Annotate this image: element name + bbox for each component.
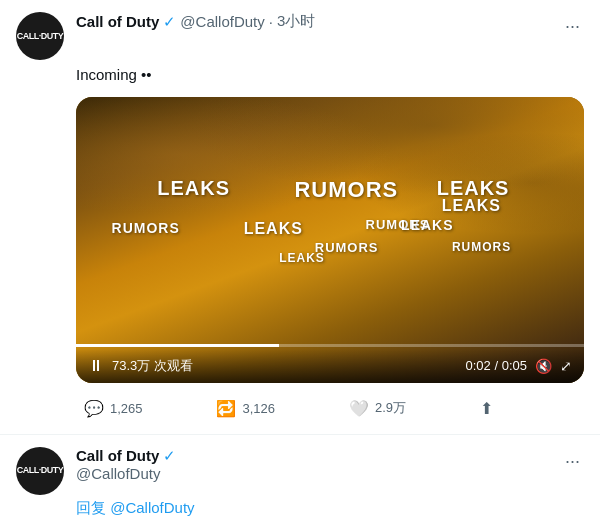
- tweet-2: CALL·DUTY Call of Duty ✓ @CallofDuty ···…: [0, 435, 600, 518]
- reply-to-link[interactable]: @CallofDuty: [110, 499, 194, 516]
- tweet-1-text: Incoming ••: [76, 64, 584, 85]
- avatar-2[interactable]: CALL·DUTY: [16, 447, 64, 495]
- reply-icon: 💬: [84, 399, 104, 418]
- like-button[interactable]: 🤍 2.9万: [341, 395, 414, 422]
- tweet-1-header: CALL·DUTY Call of Duty ✓ @CallofDuty · 3…: [16, 12, 584, 60]
- video-progress-fill: [76, 344, 279, 347]
- word-leaks-5: LEAKS: [442, 197, 501, 215]
- fullscreen-button[interactable]: ⤢: [560, 358, 572, 374]
- reply-button[interactable]: 💬 1,265: [76, 395, 151, 422]
- tweet-2-header: CALL·DUTY Call of Duty ✓ @CallofDuty ···: [16, 447, 584, 495]
- view-count: 73.3万 次观看: [112, 357, 458, 375]
- tweet-1-separator: ·: [269, 13, 273, 30]
- verified-badge-1: ✓: [163, 13, 176, 31]
- tweet-1-video[interactable]: LEAKS RUMORS LEAKS RUMORS LEAKS RUMORS R…: [76, 97, 584, 383]
- avatar-1[interactable]: CALL·DUTY: [16, 12, 64, 60]
- tweet-2-user-line: Call of Duty ✓: [76, 447, 549, 465]
- word-rumors-2: RUMORS: [112, 220, 180, 236]
- tweet-1-time: 3小时: [277, 12, 315, 31]
- retweet-count: 3,126: [242, 401, 275, 416]
- retweet-button[interactable]: 🔁 3,126: [208, 395, 283, 422]
- share-icon: ⬆: [480, 399, 493, 418]
- avatar-logo-2: CALL·DUTY: [17, 465, 64, 476]
- word-leaks-6: LEAKS: [279, 251, 325, 265]
- retweet-icon: 🔁: [216, 399, 236, 418]
- word-leaks-3: LEAKS: [244, 220, 303, 238]
- video-time: 0:02 / 0:05: [466, 358, 527, 373]
- word-rumors-1: RUMORS: [294, 177, 398, 203]
- like-count: 2.9万: [375, 399, 406, 417]
- verified-badge-2: ✓: [163, 447, 176, 465]
- word-leaks-1: LEAKS: [157, 177, 230, 200]
- time-separator: /: [494, 358, 501, 373]
- time-current: 0:02: [466, 358, 491, 373]
- avatar-logo-1: CALL·DUTY: [17, 31, 64, 42]
- word-leaks-4: LEAKS: [401, 217, 453, 233]
- tweet-2-meta: Call of Duty ✓ @CallofDuty: [76, 447, 549, 482]
- pause-button[interactable]: ⏸: [88, 357, 104, 375]
- tweet-1-meta: Call of Duty ✓ @CallofDuty · 3小时: [76, 12, 549, 31]
- tweet-1-actions: 💬 1,265 🔁 3,126 🤍 2.9万 ⬆: [76, 395, 501, 422]
- reply-count: 1,265: [110, 401, 143, 416]
- tweet-1-handle[interactable]: @CallofDuty: [180, 13, 264, 30]
- video-background: LEAKS RUMORS LEAKS RUMORS LEAKS RUMORS R…: [76, 97, 584, 383]
- tweet-2-more-button[interactable]: ···: [561, 447, 584, 476]
- tweet-1-content: Incoming •• LEAKS RUMORS LEAKS RUMORS LE…: [76, 64, 584, 422]
- tweet-1: CALL·DUTY Call of Duty ✓ @CallofDuty · 3…: [0, 0, 600, 435]
- video-controls: ⏸ 73.3万 次观看 0:02 / 0:05 🔇 ⤢: [76, 349, 584, 383]
- video-progress-bar[interactable]: [76, 344, 584, 347]
- tweet-1-user-line: Call of Duty ✓ @CallofDuty · 3小时: [76, 12, 549, 31]
- reply-line: 回复 @CallofDuty: [76, 499, 584, 518]
- time-total: 0:05: [502, 358, 527, 373]
- tweet-2-username[interactable]: Call of Duty: [76, 447, 159, 464]
- tweet-1-more-button[interactable]: ···: [561, 12, 584, 41]
- word-rumors-5: RUMORS: [452, 240, 511, 254]
- tweet-1-username[interactable]: Call of Duty: [76, 13, 159, 30]
- share-button[interactable]: ⬆: [472, 395, 501, 422]
- like-icon: 🤍: [349, 399, 369, 418]
- tweet-2-handle[interactable]: @CallofDuty: [76, 465, 549, 482]
- volume-button[interactable]: 🔇: [535, 358, 552, 374]
